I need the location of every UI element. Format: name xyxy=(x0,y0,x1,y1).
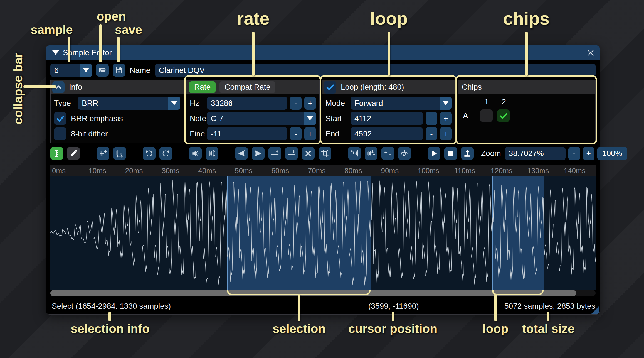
annotation-loop-bottom: loop xyxy=(483,322,509,336)
undo-button[interactable] xyxy=(143,147,156,160)
insert-silence-icon xyxy=(271,149,279,158)
normalize-icon xyxy=(208,149,216,158)
amplify-button[interactable] xyxy=(189,147,202,160)
annotation-bracket-loop xyxy=(492,290,544,295)
zoom-reset-button[interactable]: 100% xyxy=(597,147,627,160)
resample-button[interactable] xyxy=(113,147,126,160)
sample-name-input[interactable]: Clarinet DQV xyxy=(155,64,596,77)
trim-button[interactable] xyxy=(319,147,331,160)
sign-icon xyxy=(384,149,392,158)
dropdown-arrow-icon[interactable] xyxy=(80,64,92,77)
brr-emphasis-checkbox[interactable] xyxy=(54,112,66,125)
annotation-cursor-position: cursor position xyxy=(348,322,437,336)
ruler-label: 30ms xyxy=(162,166,179,175)
ruler-label: 130ms xyxy=(527,166,549,175)
preview-button[interactable] xyxy=(428,147,440,160)
dither-label: 8-bit dither xyxy=(71,129,108,138)
type-dropdown[interactable]: BRR xyxy=(78,97,180,110)
fade-out-button[interactable] xyxy=(252,147,265,160)
ruler-label: 20ms xyxy=(125,166,143,175)
delete-button[interactable] xyxy=(302,147,315,160)
invert-icon xyxy=(367,149,375,158)
delete-icon xyxy=(304,149,312,158)
zoom-label: Zoom xyxy=(481,149,501,158)
status-bar: Select (1654-2984: 1330 samples) (3599, … xyxy=(46,300,600,312)
sign-button[interactable] xyxy=(381,147,394,160)
annotation-rate: rate xyxy=(237,8,269,29)
annotation-open: open xyxy=(97,9,126,23)
reverse-button[interactable] xyxy=(348,147,361,160)
type-value: BRR xyxy=(82,99,98,108)
apply-silence-button[interactable] xyxy=(285,147,298,160)
fade-in-button[interactable] xyxy=(235,147,248,160)
ruler-label: 60ms xyxy=(271,166,289,175)
ruler-label: 40ms xyxy=(198,166,216,175)
annotation-total-size: total size xyxy=(522,322,574,336)
zoom-input[interactable]: 38.7027% xyxy=(505,147,566,160)
type-row: Type BRR xyxy=(54,97,180,110)
annotation-collapse-bar: collapse bar xyxy=(11,45,25,132)
brr-emphasis-label: BRR emphasis xyxy=(71,114,123,123)
ruler-label: 0ms xyxy=(52,166,66,175)
ruler-label: 120ms xyxy=(491,166,512,175)
reverse-icon xyxy=(350,149,359,158)
resample-icon xyxy=(115,149,124,158)
make-wavetable-button[interactable] xyxy=(461,147,474,160)
titlebar[interactable]: Sample Editor xyxy=(46,45,600,60)
ruler-label: 140ms xyxy=(564,166,586,175)
annotation-outline-chips xyxy=(456,75,597,144)
annotation-line-chips xyxy=(525,32,528,76)
normalize-button[interactable] xyxy=(206,147,218,160)
dither-checkbox[interactable] xyxy=(54,127,66,140)
annotation-outline-rate xyxy=(184,75,321,144)
zoom-in-button[interactable]: + xyxy=(583,147,594,160)
annotation-loop-top: loop xyxy=(370,8,408,29)
invert-button[interactable] xyxy=(365,147,377,160)
fade-in-icon xyxy=(237,149,246,158)
apply-silence-icon xyxy=(287,149,296,158)
dropdown-arrow-icon[interactable] xyxy=(168,97,180,110)
annotation-line-save xyxy=(117,37,120,62)
sample-edit-toolbar: Zoom 38.7027% - + 100% xyxy=(50,147,596,160)
resize-button[interactable] xyxy=(97,147,109,160)
cursor-position-text: (3599, -11690) xyxy=(368,302,419,311)
resize-icon xyxy=(99,149,107,158)
annotation-line-loop xyxy=(388,32,390,76)
folder-open-icon xyxy=(98,66,107,74)
window-resize-grip[interactable] xyxy=(591,306,599,314)
annotation-line-open xyxy=(99,24,102,62)
insert-silence-button[interactable] xyxy=(268,147,281,160)
zoom-out-button[interactable]: - xyxy=(568,147,580,160)
zoom-value: 38.7027% xyxy=(509,149,544,158)
sample-select-dropdown[interactable]: 6 xyxy=(50,64,92,77)
undo-icon xyxy=(145,149,153,158)
annotation-stem-loop xyxy=(494,295,497,321)
total-size-text: 5072 samples, 2853 bytes xyxy=(504,302,595,311)
filter-button[interactable] xyxy=(398,147,411,160)
divider xyxy=(49,163,597,163)
annotation-sample: sample xyxy=(31,23,73,37)
window-collapse-icon[interactable] xyxy=(52,50,59,55)
annotation-outline-loop xyxy=(320,75,457,144)
ruler-label: 110ms xyxy=(454,166,475,175)
selection-info-text: Select (1654-2984: 1330 samples) xyxy=(52,302,171,311)
ruler-label: 10ms xyxy=(88,166,106,175)
annotation-save: save xyxy=(115,23,142,37)
waveform-view[interactable] xyxy=(50,176,596,290)
waveform-plot xyxy=(50,176,596,290)
time-ruler[interactable]: 0ms10ms20ms30ms40ms50ms60ms70ms80ms90ms1… xyxy=(50,165,596,176)
filter-icon xyxy=(400,149,409,158)
divider xyxy=(364,300,364,312)
trim-icon xyxy=(321,149,329,158)
open-sample-button[interactable] xyxy=(96,64,109,77)
annotation-line-cursor-position xyxy=(392,312,394,321)
edit-mode-select-button[interactable] xyxy=(50,147,63,160)
redo-button[interactable] xyxy=(159,147,172,160)
annotation-selection-info: selection info xyxy=(71,322,150,336)
sample-name-value: Clarinet DQV xyxy=(159,66,205,75)
save-sample-button[interactable] xyxy=(113,64,125,77)
stop-preview-button[interactable] xyxy=(444,147,457,160)
close-icon[interactable] xyxy=(586,48,595,58)
edit-mode-draw-button[interactable] xyxy=(67,147,80,160)
play-icon xyxy=(430,149,438,158)
